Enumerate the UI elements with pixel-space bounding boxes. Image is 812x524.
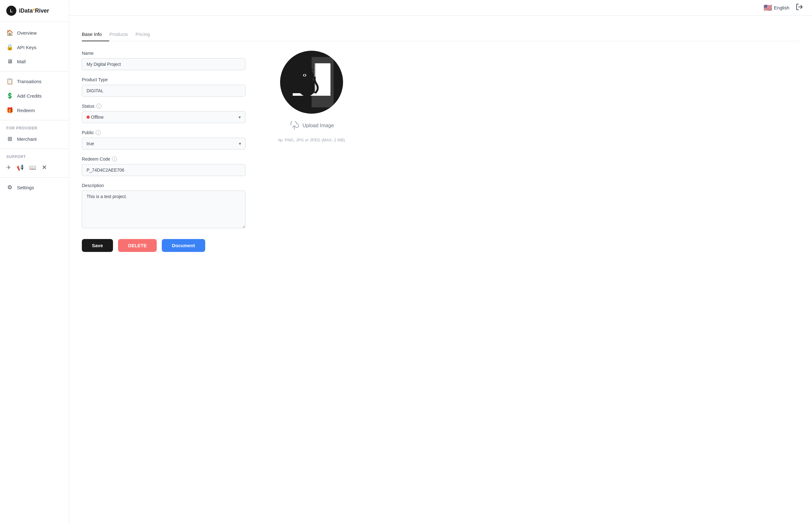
merchant-icon: ⊞ bbox=[6, 135, 13, 142]
sidebar: L iData*River 🏠 Overview 🔒 API Keys 🖥 Ma… bbox=[0, 0, 69, 524]
tabs: Base Info Products Pricing bbox=[82, 28, 799, 41]
sidebar-item-overview-label: Overview bbox=[17, 30, 37, 36]
description-field-group: Description This is a test project. bbox=[82, 183, 246, 230]
image-section: Upload Image tip: PNG, JPG or JPEG (MAX.… bbox=[271, 51, 353, 252]
button-row: Save DELETE Document bbox=[82, 239, 246, 252]
public-select-wrapper: true false bbox=[82, 137, 246, 150]
for-provider-label: For Provider bbox=[0, 123, 69, 132]
redeem-code-info-icon[interactable]: i bbox=[112, 157, 117, 162]
nav-divider-4 bbox=[0, 177, 69, 178]
product-image bbox=[280, 51, 343, 114]
tab-products[interactable]: Products bbox=[109, 28, 135, 41]
upload-area[interactable]: Upload Image bbox=[289, 121, 334, 130]
nav-divider-2 bbox=[0, 120, 69, 120]
upload-tip: tip: PNG, JPG or JPEG (MAX. 2 MB) bbox=[278, 137, 345, 142]
sidebar-item-merchant[interactable]: ⊞ Merchant bbox=[0, 132, 69, 146]
language-label: English bbox=[774, 5, 789, 11]
monitor-icon: 🖥 bbox=[6, 58, 13, 65]
gift-icon: 🎁 bbox=[6, 107, 13, 114]
logo-icon: L bbox=[6, 6, 16, 16]
logo-star: * bbox=[33, 7, 35, 14]
sidebar-item-transactions-label: Transations bbox=[17, 79, 41, 84]
content-area: Name My Digital Project Product Type DIG… bbox=[82, 51, 799, 252]
upload-label: Upload Image bbox=[302, 123, 334, 129]
svg-point-4 bbox=[300, 70, 314, 82]
sidebar-item-settings[interactable]: ⚙ Settings bbox=[0, 180, 69, 195]
logo-text: iData*River bbox=[19, 7, 49, 14]
lock-icon: 🔒 bbox=[6, 44, 13, 51]
telegram-icon[interactable]: ✈ bbox=[6, 164, 11, 171]
delete-button[interactable]: DELETE bbox=[118, 239, 157, 252]
sidebar-item-api-keys[interactable]: 🔒 API Keys bbox=[0, 40, 69, 54]
sidebar-nav: 🏠 Overview 🔒 API Keys 🖥 Mall 📋 Transatio… bbox=[0, 22, 69, 524]
sidebar-item-mall-label: Mall bbox=[17, 59, 26, 64]
main-content: Base Info Products Pricing Name My Digit… bbox=[69, 18, 812, 524]
upload-cloud-icon bbox=[289, 121, 299, 130]
chevron-down-icon: ▾ bbox=[239, 115, 241, 120]
sidebar-item-mall[interactable]: 🖥 Mall bbox=[0, 54, 69, 69]
language-selector[interactable]: 🇺🇸 English bbox=[763, 4, 789, 12]
logout-icon[interactable] bbox=[796, 3, 803, 12]
book-icon[interactable]: 📖 bbox=[29, 164, 36, 171]
twitter-x-icon[interactable]: ✕ bbox=[42, 164, 47, 171]
redeem-code-input[interactable]: P_74D4C2AEE706 bbox=[82, 164, 246, 176]
home-icon: 🏠 bbox=[6, 29, 13, 36]
description-textarea[interactable]: This is a test project. bbox=[82, 191, 246, 228]
public-select[interactable]: true false bbox=[82, 137, 246, 150]
support-label: Support bbox=[0, 151, 69, 160]
status-select[interactable]: Offline ▾ bbox=[82, 111, 246, 123]
flag-icon: 🇺🇸 bbox=[763, 4, 772, 12]
product-type-label: Product Type bbox=[82, 77, 246, 82]
name-input[interactable]: My Digital Project bbox=[82, 58, 246, 70]
sidebar-item-add-credits-label: Add Credits bbox=[17, 93, 41, 99]
description-label: Description bbox=[82, 183, 246, 188]
tab-pricing[interactable]: Pricing bbox=[136, 28, 158, 41]
nav-divider-3 bbox=[0, 149, 69, 149]
sidebar-item-redeem[interactable]: 🎁 Redeem bbox=[0, 103, 69, 117]
logo[interactable]: L iData*River bbox=[0, 0, 69, 22]
announcement-icon[interactable]: 📢 bbox=[17, 164, 23, 171]
header: 🇺🇸 English bbox=[69, 0, 812, 16]
nav-divider-1 bbox=[0, 71, 69, 71]
name-field-group: Name My Digital Project bbox=[82, 51, 246, 70]
document-button[interactable]: Document bbox=[162, 239, 205, 252]
status-value: Offline bbox=[91, 115, 104, 120]
sidebar-item-api-keys-label: API Keys bbox=[17, 45, 36, 50]
product-type-field-group: Product Type DIGITAL bbox=[82, 77, 246, 97]
sidebar-item-merchant-label: Merchant bbox=[17, 136, 37, 142]
status-dot bbox=[87, 116, 90, 119]
sidebar-item-settings-label: Settings bbox=[17, 185, 34, 190]
sidebar-item-transactions[interactable]: 📋 Transations bbox=[0, 74, 69, 88]
sidebar-item-overview[interactable]: 🏠 Overview bbox=[0, 26, 69, 40]
tab-base-info[interactable]: Base Info bbox=[82, 28, 109, 41]
svg-point-8 bbox=[304, 74, 306, 76]
redeem-code-field-group: Redeem Code i P_74D4C2AEE706 bbox=[82, 157, 246, 176]
redeem-code-label: Redeem Code i bbox=[82, 157, 246, 162]
status-label: Status i bbox=[82, 103, 246, 109]
status-info-icon[interactable]: i bbox=[96, 103, 101, 109]
public-field-group: Public i true false bbox=[82, 130, 246, 150]
cat-illustration bbox=[290, 57, 334, 108]
product-type-input[interactable]: DIGITAL bbox=[82, 85, 246, 97]
form-section: Name My Digital Project Product Type DIG… bbox=[82, 51, 246, 252]
gear-icon: ⚙ bbox=[6, 184, 13, 191]
name-label: Name bbox=[82, 51, 246, 56]
status-field-group: Status i Offline ▾ bbox=[82, 103, 246, 123]
public-label: Public i bbox=[82, 130, 246, 135]
transactions-icon: 📋 bbox=[6, 78, 13, 85]
save-button[interactable]: Save bbox=[82, 239, 113, 252]
dollar-icon: 💲 bbox=[6, 92, 13, 99]
public-info-icon[interactable]: i bbox=[96, 130, 101, 135]
sidebar-item-redeem-label: Redeem bbox=[17, 108, 35, 113]
support-icons-row: ✈ 📢 📖 ✕ bbox=[0, 160, 69, 175]
sidebar-item-add-credits[interactable]: 💲 Add Credits bbox=[0, 88, 69, 103]
